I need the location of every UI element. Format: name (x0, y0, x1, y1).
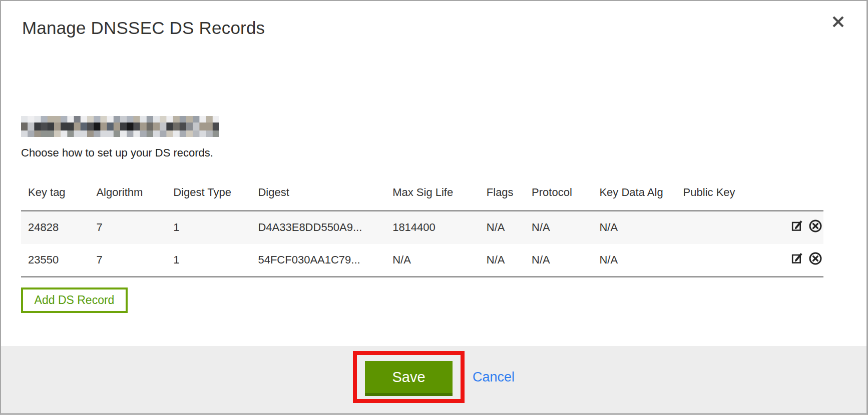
column-header-digest: Digest (251, 183, 385, 211)
cell-flags: N/A (480, 211, 525, 244)
table-row: 23550 7 1 54FCF030AA1C79... N/A N/A N/A … (21, 244, 823, 277)
cell-digest-type: 1 (166, 244, 251, 277)
cancel-link[interactable]: Cancel (473, 370, 515, 385)
column-header-algorithm: Algorithm (89, 183, 166, 211)
column-header-actions (782, 183, 823, 211)
cell-key-data-alg: N/A (592, 244, 676, 277)
cell-public-key (676, 211, 782, 244)
edit-record-icon[interactable] (791, 252, 804, 268)
cell-digest: 54FCF030AA1C79... (251, 244, 385, 277)
close-button[interactable] (830, 15, 845, 30)
cell-actions (782, 211, 823, 244)
add-ds-record-button[interactable]: Add DS Record (21, 288, 128, 313)
cell-digest: D4A33E8DD550A9... (251, 211, 385, 244)
cell-protocol: N/A (525, 244, 592, 277)
column-header-key-data-alg: Key Data Alg (592, 183, 676, 211)
column-header-public-key: Public Key (676, 183, 782, 211)
cell-key-tag: 23550 (21, 244, 89, 277)
table-header-row: Key tag Algorithm Digest Type Digest Max… (21, 183, 823, 211)
column-header-key-tag: Key tag (21, 183, 89, 211)
cell-key-tag: 24828 (21, 211, 89, 244)
delete-record-icon[interactable] (808, 252, 822, 268)
redacted-domain-name (21, 116, 219, 137)
ds-records-table: Key tag Algorithm Digest Type Digest Max… (21, 183, 823, 278)
save-button[interactable]: Save (365, 361, 453, 396)
table-row: 24828 7 1 D4A33E8DD550A9... 1814400 N/A … (21, 211, 823, 244)
edit-record-icon[interactable] (791, 220, 804, 236)
cell-max-sig-life: N/A (385, 244, 480, 277)
cell-key-data-alg: N/A (592, 211, 676, 244)
column-header-digest-type: Digest Type (166, 183, 251, 211)
column-header-flags: Flags (480, 183, 525, 211)
cell-digest-type: 1 (166, 211, 251, 244)
cell-algorithm: 7 (89, 211, 166, 244)
cell-protocol: N/A (525, 211, 592, 244)
cell-public-key (676, 244, 782, 277)
column-header-max-sig-life: Max Sig Life (385, 183, 480, 211)
save-button-highlight: Save (353, 351, 465, 403)
dnssec-ds-records-modal: Manage DNSSEC DS Records Choose how to s… (0, 0, 868, 415)
cell-max-sig-life: 1814400 (385, 211, 480, 244)
modal-footer: Save Cancel (1, 346, 866, 413)
cell-flags: N/A (480, 244, 525, 277)
instruction-text: Choose how to set up your DS records. (21, 146, 213, 160)
page-title: Manage DNSSEC DS Records (22, 18, 265, 38)
close-icon (831, 15, 845, 30)
column-header-protocol: Protocol (525, 183, 592, 211)
delete-record-icon[interactable] (808, 219, 822, 236)
cell-actions (782, 244, 823, 277)
cell-algorithm: 7 (89, 244, 166, 277)
